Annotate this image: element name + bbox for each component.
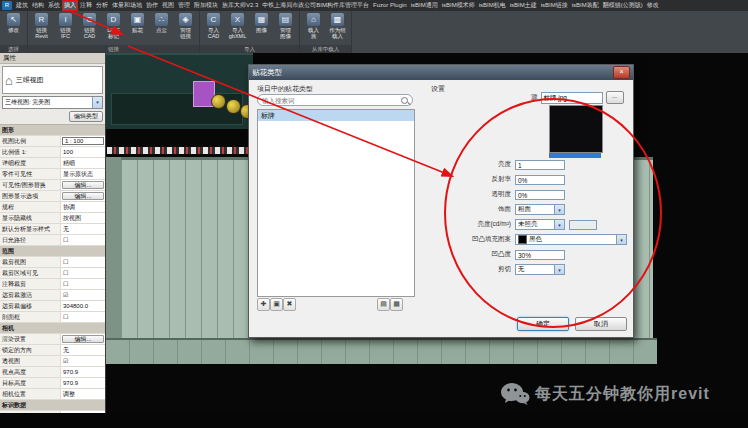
cutouts-select[interactable]: 无 ▾ bbox=[515, 264, 565, 275]
property-value[interactable]: 精细 bbox=[61, 158, 105, 168]
property-row[interactable]: 相机 bbox=[0, 323, 105, 334]
delete-decal-icon[interactable]: ✖ bbox=[283, 298, 296, 311]
ribbon-tab[interactable]: 分析 bbox=[94, 0, 110, 11]
ribbon-button[interactable]: I 链接 IFC bbox=[54, 12, 77, 40]
property-value[interactable]: 100 bbox=[61, 147, 105, 157]
property-value[interactable]: 协调 bbox=[61, 202, 105, 212]
ribbon-tab[interactable]: isBIM通用 bbox=[409, 0, 440, 11]
chevron-down-icon[interactable]: ▾ bbox=[554, 205, 564, 214]
ribbon-button[interactable]: R 链接 Revit bbox=[30, 12, 53, 40]
property-row[interactable]: 裁剪视图 ☐ bbox=[0, 257, 105, 268]
property-value[interactable]: ☐ bbox=[61, 235, 105, 245]
property-value[interactable]: ☐ bbox=[61, 268, 105, 278]
chevron-down-icon[interactable]: ▾ bbox=[554, 220, 564, 229]
ribbon-button[interactable]: C 导入 CAD bbox=[202, 12, 225, 40]
ok-button[interactable]: 确定 bbox=[517, 317, 569, 331]
decal-type-item[interactable]: 标牌 bbox=[258, 110, 414, 121]
reflectivity-input[interactable]: 0% bbox=[515, 175, 565, 185]
property-value[interactable]: 1 : 100 bbox=[62, 137, 104, 145]
property-value[interactable]: ☑ bbox=[61, 290, 105, 300]
ribbon-button[interactable]: ▣ 贴花 bbox=[126, 12, 149, 33]
ribbon-button[interactable]: X 导入 gbXML bbox=[226, 12, 249, 40]
property-value[interactable]: 编辑... bbox=[62, 181, 104, 189]
property-row[interactable]: 剖面框 ☐ bbox=[0, 312, 105, 323]
property-row[interactable]: 锁定的方向 无 bbox=[0, 345, 105, 356]
property-value[interactable]: 970.9 bbox=[61, 378, 105, 388]
property-row[interactable]: 远剪裁激活 ☑ bbox=[0, 290, 105, 301]
property-value[interactable]: 调整 bbox=[61, 389, 105, 399]
property-row[interactable]: 图形显示选项 编辑... bbox=[0, 191, 105, 202]
ribbon-button[interactable]: ↖ 修改 bbox=[2, 12, 25, 33]
property-row[interactable]: 远剪裁偏移 304800.0 bbox=[0, 301, 105, 312]
property-value[interactable]: ☐ bbox=[61, 257, 105, 267]
ribbon-tab[interactable]: 系统 bbox=[46, 0, 62, 11]
chevron-down-icon[interactable]: ▾ bbox=[616, 235, 626, 244]
property-value[interactable]: 编辑... bbox=[62, 192, 104, 200]
list-view-icon[interactable]: ▤ bbox=[377, 298, 390, 311]
property-value[interactable]: ☐ bbox=[61, 279, 105, 289]
property-row[interactable]: 标识数据 bbox=[0, 400, 105, 411]
ribbon-button[interactable]: D DWF 标记 bbox=[102, 12, 125, 40]
ribbon-button[interactable]: ⌂ 载入 族 bbox=[302, 12, 325, 40]
ribbon-button[interactable]: ▤ 管理 图像 bbox=[274, 12, 297, 40]
property-value[interactable]: 无 bbox=[61, 345, 105, 355]
property-row[interactable]: 视点高度 970.9 bbox=[0, 367, 105, 378]
ribbon-button[interactable]: ▩ 作为组 载入 bbox=[326, 12, 349, 40]
ribbon-tab[interactable]: 管理 bbox=[176, 0, 192, 11]
source-filename[interactable]: 标牌.jpg bbox=[541, 92, 603, 104]
property-row[interactable]: 注释裁剪 ☐ bbox=[0, 279, 105, 290]
ribbon-tab[interactable]: isBIM土建 bbox=[508, 0, 539, 11]
ribbon-tab[interactable]: 修改 bbox=[645, 0, 661, 11]
close-icon[interactable]: × bbox=[613, 66, 630, 79]
property-row[interactable]: 零件可见性 显示原状态 bbox=[0, 169, 105, 180]
ribbon-tab[interactable]: 协作 bbox=[144, 0, 160, 11]
ribbon-tab[interactable]: 视图 bbox=[160, 0, 176, 11]
transparency-input[interactable]: 0% bbox=[515, 190, 565, 200]
chevron-down-icon[interactable]: ▾ bbox=[554, 265, 564, 274]
luminance-select[interactable]: 未照亮 ▾ bbox=[515, 219, 565, 230]
edit-type-button[interactable]: 编辑类型 bbox=[69, 111, 103, 122]
property-row[interactable]: 规程 协调 bbox=[0, 202, 105, 213]
view-selector[interactable]: 三维视图: 完美图 ▾ bbox=[2, 96, 103, 109]
ribbon-tab[interactable]: isBIM模术师 bbox=[440, 0, 477, 11]
ribbon-tab[interactable]: Fuzor Plugin bbox=[371, 0, 409, 11]
bump-pattern-select[interactable]: 黑色 ▾ bbox=[515, 234, 627, 245]
property-row[interactable]: 日光路径 ☐ bbox=[0, 235, 105, 246]
type-selector[interactable]: ⌂ 三维视图 bbox=[2, 66, 103, 94]
browse-button[interactable]: ... bbox=[606, 91, 624, 104]
ribbon-tab[interactable]: 中铁上海局市政公司BIM构件库管理平台 bbox=[260, 0, 371, 11]
duplicate-decal-icon[interactable]: ▣ bbox=[270, 298, 283, 311]
new-decal-icon[interactable]: ✚ bbox=[257, 298, 270, 311]
ribbon-button[interactable]: ▦ 图像 bbox=[250, 12, 273, 33]
ribbon-tab[interactable]: isBIM机电 bbox=[477, 0, 508, 11]
ribbon-tab[interactable]: isBIM链接 bbox=[539, 0, 570, 11]
app-icon[interactable]: R bbox=[2, 1, 12, 10]
property-value[interactable]: 970.9 bbox=[61, 367, 105, 377]
ribbon-tab[interactable]: 体量和场地 bbox=[110, 0, 144, 11]
property-row[interactable]: 范围 bbox=[0, 246, 105, 257]
property-row[interactable]: 透视图 ☑ bbox=[0, 356, 105, 367]
property-row[interactable]: 裁剪区域可见 ☐ bbox=[0, 268, 105, 279]
cancel-button[interactable]: 取消 bbox=[575, 317, 627, 331]
ribbon-button[interactable]: ∴ 点云 bbox=[150, 12, 173, 33]
property-row[interactable]: 详细程度 精细 bbox=[0, 158, 105, 169]
property-value[interactable]: 编辑... bbox=[62, 335, 104, 343]
dialog-title-bar[interactable]: 贴花类型 × bbox=[249, 65, 633, 80]
property-row[interactable]: 目标高度 970.9 bbox=[0, 378, 105, 389]
ribbon-tab[interactable]: 建筑 bbox=[14, 0, 30, 11]
ribbon-button[interactable]: C 链接 CAD bbox=[78, 12, 101, 40]
property-value[interactable]: 304800.0 bbox=[61, 301, 105, 311]
finish-select[interactable]: 粗面 ▾ bbox=[515, 204, 565, 215]
ribbon-tab[interactable]: 附加模块 bbox=[192, 0, 220, 11]
property-row[interactable]: 图形 bbox=[0, 125, 105, 136]
property-row[interactable]: 视图比例 1 : 100 bbox=[0, 136, 105, 147]
chevron-down-icon[interactable]: ▾ bbox=[92, 97, 102, 108]
ribbon-button[interactable]: ◈ 管理 链接 bbox=[174, 12, 197, 40]
property-value[interactable]: ☑ bbox=[61, 356, 105, 366]
property-value[interactable]: 按视图 bbox=[61, 213, 105, 223]
ribbon-tab[interactable]: 翻模猫(公测版) bbox=[601, 0, 645, 11]
search-input[interactable] bbox=[257, 94, 413, 106]
property-row[interactable]: 渲染设置 编辑... bbox=[0, 334, 105, 345]
property-value[interactable]: 无 bbox=[61, 224, 105, 234]
property-value[interactable]: 显示原状态 bbox=[61, 169, 105, 179]
